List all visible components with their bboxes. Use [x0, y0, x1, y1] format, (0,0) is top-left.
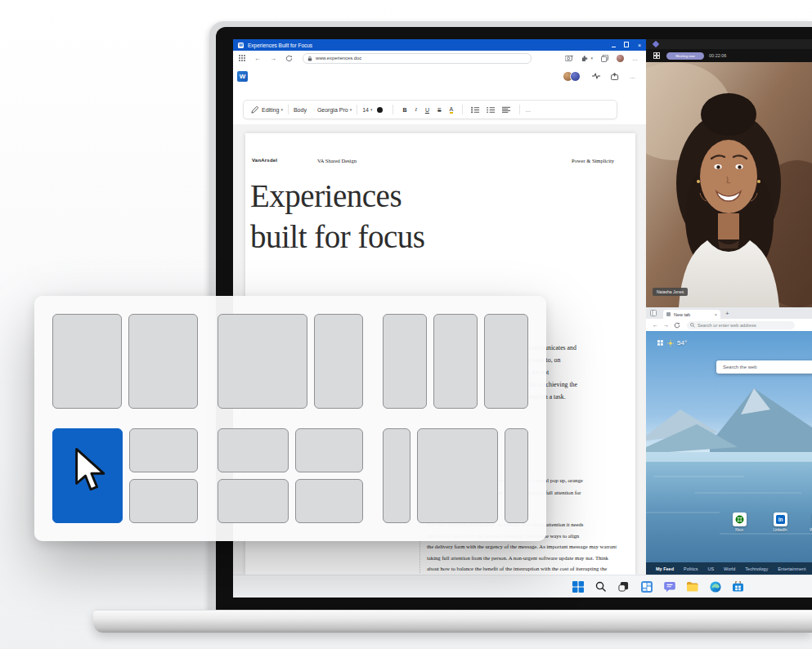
snap-cell[interactable] [129, 479, 198, 523]
microsoft-store-button[interactable] [731, 580, 745, 593]
strikethrough-button[interactable]: S [437, 107, 442, 113]
snap-layout-three-columns[interactable] [383, 314, 528, 409]
snap-layout-center-focus[interactable] [383, 428, 528, 523]
back-icon[interactable]: ← [653, 322, 658, 328]
start-button[interactable] [571, 580, 585, 593]
word-more-icon[interactable]: … [630, 74, 636, 79]
sun-icon [667, 340, 674, 347]
minimize-button[interactable] [607, 43, 620, 48]
task-view-button[interactable] [617, 580, 630, 593]
font-size-selector[interactable]: 14 [362, 107, 369, 113]
layout-grid-icon[interactable] [657, 340, 663, 346]
search-icon [690, 323, 695, 328]
browser-more-icon[interactable]: … [632, 56, 639, 61]
xbox-icon [735, 515, 744, 524]
italic-button[interactable]: I [415, 106, 417, 113]
activity-icon[interactable] [592, 73, 601, 79]
snap-cell[interactable] [128, 314, 198, 409]
window-title: Experiences Built for Focus [248, 43, 312, 48]
snap-cell[interactable] [417, 428, 499, 523]
quick-link-wordpress[interactable]: Wordpress [805, 512, 812, 532]
snap-cell[interactable] [314, 314, 363, 409]
collaborator-avatar[interactable] [570, 71, 581, 82]
close-button[interactable]: × [633, 43, 646, 48]
style-selector[interactable]: Body [294, 107, 307, 113]
bold-button[interactable]: B [402, 107, 406, 113]
underline-button[interactable]: U [425, 107, 429, 113]
feed-tab-my-feed[interactable]: My Feed [656, 566, 674, 571]
word-app-header: W … [233, 65, 646, 87]
snap-layout-grid[interactable] [218, 428, 363, 523]
new-tab-button[interactable]: + [725, 310, 729, 317]
feed-tab-technology[interactable]: Technology [745, 566, 768, 571]
word-window-titlebar[interactable]: W Experiences Built for Focus × [233, 39, 646, 51]
forward-icon[interactable]: → [270, 55, 276, 62]
refresh-icon[interactable] [285, 55, 293, 62]
font-selector[interactable]: Georgia Pro [317, 107, 348, 113]
web-search-box[interactable]: Search the web [716, 360, 812, 374]
tab-actions-icon[interactable] [650, 310, 657, 316]
quick-link-xbox[interactable]: Xbox [725, 512, 753, 532]
refresh-icon[interactable] [674, 322, 680, 329]
snap-cell[interactable] [383, 428, 410, 523]
screenshot-canvas: W Experiences Built for Focus × ← → www [0, 0, 812, 649]
align-icon[interactable] [502, 106, 511, 114]
taskbar-search-button[interactable] [594, 580, 608, 593]
teams-titlebar [646, 39, 812, 49]
news-feed-nav: My Feed Politics US World Technology Ent… [646, 562, 812, 575]
address-bar[interactable]: www.experiences.doc [303, 53, 532, 64]
snap-cell[interactable] [218, 314, 307, 409]
teams-chat-button[interactable] [662, 580, 676, 593]
browser-profile-avatar[interactable] [617, 55, 624, 62]
snap-cell[interactable] [383, 314, 427, 409]
snap-cell[interactable] [484, 314, 528, 409]
app-launcher-icon[interactable] [239, 55, 245, 61]
back-icon[interactable]: ← [254, 55, 261, 62]
numbered-list-icon[interactable] [487, 106, 496, 114]
quick-link-linkedin[interactable]: in LinkedIn [766, 512, 794, 532]
snap-cell[interactable] [129, 428, 198, 472]
forward-icon[interactable]: → [663, 322, 669, 328]
feed-tab-politics[interactable]: Politics [684, 566, 698, 571]
chevron-down-icon[interactable]: ▾ [370, 107, 373, 112]
tab-new-tab[interactable]: New tab × [663, 310, 720, 319]
chevron-down-icon[interactable]: ▾ [590, 56, 593, 60]
doc-headline: Experiences built for focus [250, 176, 424, 257]
weather-widget[interactable]: 54° [657, 339, 687, 347]
web-capture-icon[interactable] [565, 55, 573, 61]
snap-cell[interactable] [505, 428, 528, 523]
snap-layout-two-columns[interactable] [52, 314, 198, 409]
snap-cell[interactable] [52, 314, 122, 409]
highlight-button[interactable]: A [450, 106, 454, 114]
feed-tab-us[interactable]: US [707, 566, 714, 571]
tab-close-icon[interactable]: × [715, 312, 717, 317]
bullet-list-icon[interactable] [471, 106, 480, 114]
file-explorer-button[interactable] [685, 580, 699, 593]
teams-window[interactable]: Meeting now 00:22:06 [646, 39, 812, 307]
share-icon[interactable] [611, 73, 620, 80]
doc-brand: VanArsdel [252, 158, 277, 163]
toolbar-more-icon[interactable]: … [525, 107, 532, 113]
word-logo-icon[interactable]: W [237, 71, 248, 82]
snap-cell[interactable] [295, 428, 363, 472]
edge-window[interactable]: New tab × + ← → Search or enter web addr… [646, 307, 812, 575]
editing-mode-label[interactable]: Editing [262, 107, 279, 113]
font-color-icon[interactable] [377, 107, 383, 113]
edge-address-bar[interactable]: Search or enter web address [687, 321, 795, 329]
extensions-icon[interactable] [581, 55, 589, 62]
chevron-down-icon[interactable]: ▾ [280, 107, 283, 112]
snap-cell[interactable] [218, 479, 289, 523]
feed-tab-world[interactable]: World [724, 566, 735, 571]
collections-icon[interactable] [601, 55, 608, 62]
edge-browser-button[interactable] [708, 580, 722, 593]
snap-cell[interactable] [218, 428, 289, 472]
widgets-button[interactable] [639, 580, 653, 593]
participant-video [646, 62, 812, 307]
feed-tab-entertainment[interactable]: Entertainment [778, 566, 805, 571]
snap-cell[interactable] [295, 479, 363, 523]
maximize-button[interactable] [620, 42, 633, 48]
gallery-grid-icon[interactable] [653, 52, 660, 59]
chevron-down-icon[interactable]: ▾ [350, 107, 352, 112]
snap-cell[interactable] [433, 314, 478, 409]
snap-layout-wide-left[interactable] [218, 314, 363, 409]
